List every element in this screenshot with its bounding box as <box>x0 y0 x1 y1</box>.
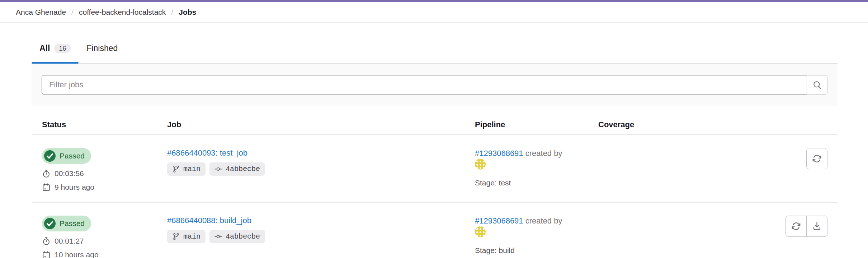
pipeline-created-by-text: created by <box>525 216 562 225</box>
filter-jobs-input[interactable] <box>42 75 807 95</box>
pipeline-author-avatar[interactable] <box>475 226 486 237</box>
commit-sha-pill[interactable]: 4abbecbe <box>209 162 265 176</box>
filter-input-group <box>42 75 827 95</box>
retry-icon <box>791 221 801 231</box>
download-icon <box>812 221 822 231</box>
job-age-value: 10 hours ago <box>55 250 99 258</box>
git-commit-icon <box>214 233 222 240</box>
status-cell: Passed 00:03:56 9 hours ago <box>32 148 167 192</box>
breadcrumb: Anca Ghenade / coffee-backend-localstack… <box>0 2 868 23</box>
actions-cell <box>753 216 838 258</box>
jobs-filter-bar <box>32 64 838 106</box>
tab-all-count-badge: 16 <box>54 44 71 53</box>
tab-all-label: All <box>39 43 50 53</box>
pipeline-link[interactable]: #1293068691 <box>475 216 523 225</box>
job-age: 10 hours ago <box>42 250 167 258</box>
branch-name: main <box>183 232 201 241</box>
header-pipeline: Pipeline <box>475 120 598 129</box>
breadcrumb-separator: / <box>171 8 173 17</box>
coverage-cell <box>598 148 753 192</box>
pipeline-created-by-text: created by <box>525 149 562 158</box>
job-cell: #6866440088: build_job main <box>167 216 475 258</box>
pipeline-info: #1293068691 created by <box>475 148 567 170</box>
download-artifacts-button[interactable] <box>806 216 827 237</box>
git-branch-icon <box>172 233 180 240</box>
actions-cell <box>753 148 838 192</box>
breadcrumb-separator: / <box>71 8 74 17</box>
status-passed-icon <box>44 218 56 229</box>
coverage-cell <box>598 216 753 258</box>
pipeline-author-avatar[interactable] <box>475 159 486 170</box>
pipeline-link[interactable]: #1293068691 <box>475 149 523 158</box>
header-job: Job <box>167 120 475 129</box>
jobs-page: All 16 Finished Status Job Pipeline Cove… <box>32 23 838 258</box>
jobs-table-header: Status Job Pipeline Coverage <box>32 106 838 135</box>
status-badge-passed[interactable]: Passed <box>42 216 91 231</box>
git-commit-icon <box>214 165 222 173</box>
header-actions <box>753 120 838 129</box>
job-link[interactable]: #6866440088: build_job <box>167 216 251 225</box>
breadcrumb-project-link[interactable]: coffee-backend-localstack <box>79 8 166 17</box>
job-actions-group <box>786 216 827 237</box>
pipeline-cell: #1293068691 created by Stage: build <box>475 216 598 258</box>
job-duration-value: 00:01:27 <box>55 236 84 246</box>
commit-sha-pill[interactable]: 4abbecbe <box>209 230 265 243</box>
breadcrumb-user-link[interactable]: Anca Ghenade <box>16 8 66 17</box>
status-passed-icon <box>44 150 56 162</box>
header-coverage: Coverage <box>598 120 753 129</box>
job-duration: 00:01:27 <box>42 236 167 246</box>
job-age: 9 hours ago <box>42 183 167 192</box>
job-row: Passed 00:03:56 9 hours ago <box>32 135 838 203</box>
search-button[interactable] <box>807 75 827 95</box>
commit-sha: 4abbecbe <box>226 232 260 241</box>
tab-finished[interactable]: Finished <box>79 43 126 63</box>
tab-finished-label: Finished <box>86 43 118 53</box>
pipeline-cell: #1293068691 created by Stage: test <box>475 148 598 192</box>
pipeline-stage: Stage: test <box>475 179 598 187</box>
branch-name: main <box>183 164 201 174</box>
header-status: Status <box>32 120 167 129</box>
job-duration-value: 00:03:56 <box>55 169 84 178</box>
pipeline-info: #1293068691 created by <box>475 216 567 238</box>
commit-sha: 4abbecbe <box>226 164 260 174</box>
jobs-tabs: All 16 Finished <box>32 23 838 64</box>
status-badge-passed[interactable]: Passed <box>42 148 91 164</box>
job-duration: 00:03:56 <box>42 169 167 178</box>
calendar-icon <box>42 250 51 258</box>
git-branch-icon <box>172 165 180 173</box>
retry-icon <box>812 154 822 163</box>
stopwatch-icon <box>42 237 51 245</box>
job-link[interactable]: #6866440093: test_job <box>167 148 247 158</box>
branch-ref-pill[interactable]: main <box>167 162 206 176</box>
job-refs: main 4abbecbe <box>167 230 475 243</box>
status-label: Passed <box>60 218 85 229</box>
retry-job-button[interactable] <box>786 216 807 237</box>
branch-ref-pill[interactable]: main <box>167 230 206 243</box>
status-label: Passed <box>60 150 85 162</box>
search-icon <box>812 80 822 90</box>
job-cell: #6866440093: test_job main <box>167 148 475 192</box>
breadcrumb-current-page: Jobs <box>179 8 196 17</box>
stopwatch-icon <box>42 169 51 178</box>
pipeline-stage: Stage: build <box>475 246 598 255</box>
calendar-icon <box>42 183 51 192</box>
job-refs: main 4abbecbe <box>167 162 475 176</box>
status-cell: Passed 00:01:27 10 hours ago <box>32 216 167 258</box>
job-age-value: 9 hours ago <box>55 183 94 192</box>
tab-all[interactable]: All 16 <box>32 43 79 63</box>
job-row: Passed 00:01:27 10 hours ago <box>32 203 838 258</box>
retry-job-button[interactable] <box>806 148 827 169</box>
